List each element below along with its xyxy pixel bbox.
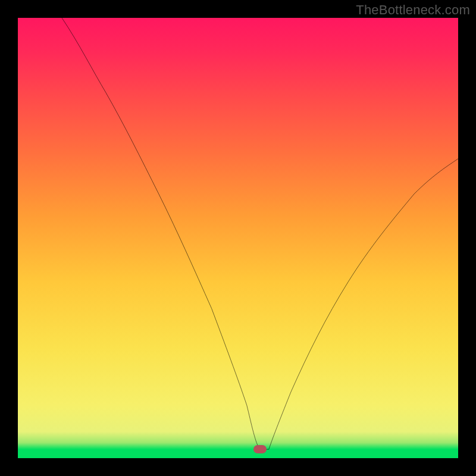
bottleneck-curve-path [62,18,458,449]
bottleneck-curve [18,18,458,458]
chart-frame: TheBottleneck.com [0,0,476,476]
optimal-point-marker [253,445,267,453]
watermark-text: TheBottleneck.com [356,2,470,18]
plot-area [18,18,458,458]
